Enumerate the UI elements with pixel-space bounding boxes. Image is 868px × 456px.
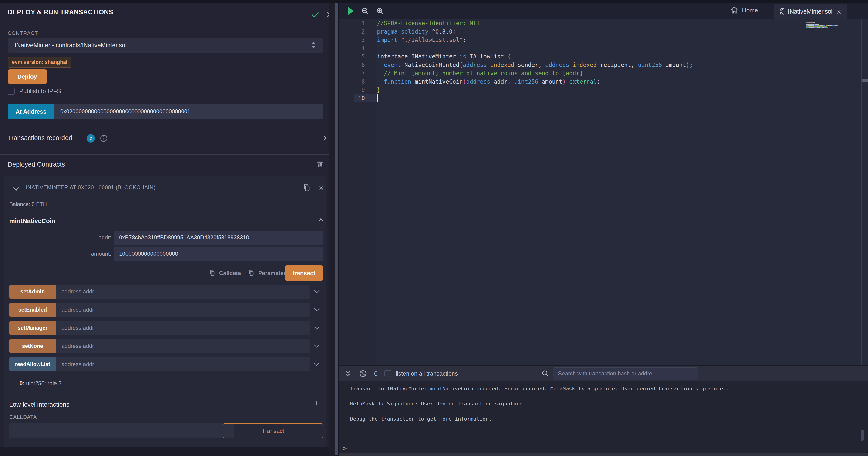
listen-all-transactions-checkbox[interactable] (384, 370, 392, 377)
minimap-token (822, 27, 825, 28)
setAdmin-button[interactable]: setAdmin (9, 285, 56, 298)
tab-home[interactable]: Home (730, 6, 758, 15)
setAdmin-input[interactable] (56, 285, 310, 298)
setManager-button[interactable]: setManager (9, 321, 56, 335)
function-row: readAllowList (9, 357, 320, 371)
listen-all-transactions-label: listen on all transactions (396, 370, 458, 377)
terminal-collapse-double-chevron-icon[interactable] (344, 370, 352, 377)
low-level-interactions-title: Low level interactions (9, 401, 69, 408)
copy-parameters-link[interactable]: Parameters (248, 269, 289, 277)
close-tab-icon[interactable] (836, 9, 842, 15)
terminal-log-line: MetaMask Tx Signature: User denied trans… (350, 401, 526, 407)
panel-scrollbar-track (329, 3, 335, 456)
minimap-token (819, 25, 823, 26)
transact-button[interactable]: transact (285, 265, 323, 281)
minimap-token (838, 25, 838, 26)
transactions-expand-chevron-right-icon[interactable] (321, 135, 328, 142)
title-underline (10, 22, 183, 22)
setNone-button[interactable]: setNone (9, 339, 56, 353)
copy-calldata-link[interactable]: Calldata (209, 269, 241, 277)
contract-select-value: INativeMinter - contracts/INativeMinter.… (15, 42, 310, 49)
low-level-transact-button[interactable]: Transact (223, 423, 323, 438)
code-text: // Mint [amount] number of native coins … (377, 69, 583, 78)
evm-version-badge: evm version: shanghai (8, 57, 71, 67)
minimap-line (806, 22, 862, 22)
panel-resize-dragbar[interactable] (335, 3, 338, 455)
minimap-token (815, 27, 817, 28)
setManager-input[interactable] (56, 321, 310, 335)
amount-field-input[interactable] (114, 247, 323, 261)
minimap-token (806, 22, 808, 22)
zoom-in-icon[interactable] (376, 7, 384, 16)
minimap-token (825, 27, 825, 28)
code-line: 3import "./IAllowList.sol"; (339, 36, 868, 44)
statusbar (339, 453, 868, 456)
code-editor[interactable]: 1//SPDX-License-Identifier: MIT2pragma s… (339, 19, 868, 365)
minimap-token (826, 25, 828, 26)
select-stepper-icon (310, 41, 316, 50)
zoom-out-icon[interactable] (361, 7, 370, 16)
code-line: 8 function mintNativeCoin(address addr, … (339, 78, 868, 86)
readAllowList-input[interactable] (56, 357, 310, 371)
run-script-play-icon[interactable] (347, 6, 354, 16)
chevron-down-icon[interactable] (313, 343, 320, 349)
copy-address-icon[interactable] (302, 183, 312, 193)
setNone-input[interactable] (56, 339, 310, 353)
balance-label: Balance: 0 ETH (9, 201, 47, 207)
function-row: setEnabled (9, 303, 320, 317)
minimap-token (828, 25, 832, 26)
solidity-file-icon (779, 8, 784, 16)
code-text: } (377, 86, 380, 94)
editor-scrollbar-thumb[interactable] (862, 79, 868, 82)
line-number: 4 (339, 44, 365, 52)
terminal-scrollbar-thumb[interactable] (861, 430, 864, 441)
function-row: setAdmin (9, 285, 320, 298)
code-text: pragma solidity ^0.8.0; (377, 27, 456, 36)
trash-icon[interactable] (315, 160, 324, 168)
at-address-input[interactable] (54, 104, 323, 119)
publish-ipfs-checkbox[interactable] (8, 88, 15, 95)
expanded-function-name: mintNativeCoin (9, 218, 55, 225)
setEnabled-input[interactable] (56, 303, 310, 317)
low-level-info-icon[interactable]: i (315, 398, 318, 406)
setEnabled-button[interactable]: setEnabled (9, 303, 56, 317)
minimap-token (815, 24, 819, 25)
addr-field-input[interactable] (114, 231, 323, 245)
chevron-down-icon[interactable] (313, 324, 320, 332)
minimap-line (806, 28, 862, 29)
minimap-token (806, 26, 827, 27)
terminal-log-line: transact to INativeMinter.mintNativeCoin… (350, 386, 729, 392)
instance-title: INATIVEMINTER AT 0X020...00001 (BLOCKCHA… (26, 184, 155, 191)
close-instance-icon[interactable] (318, 184, 325, 192)
minimap-line (806, 24, 862, 25)
calldata-input[interactable] (9, 423, 234, 438)
minimap-token (806, 28, 806, 29)
info-icon[interactable] (100, 134, 108, 143)
tab-inativeminter-sol[interactable]: INativeMinter.sol (774, 4, 847, 19)
deploy-button[interactable]: Deploy (8, 69, 47, 84)
clear-console-icon[interactable] (359, 369, 367, 378)
function-collapse-chevron-up-icon[interactable] (317, 216, 325, 224)
code-text: import "./IAllowList.sol"; (377, 36, 466, 44)
readAllowList-button[interactable]: readAllowList (9, 357, 56, 371)
function-row: setManager (9, 321, 320, 335)
minimap[interactable] (806, 20, 862, 48)
transactions-recorded-row: Transactions recorded 2 (0, 125, 329, 154)
chevron-down-icon[interactable] (313, 361, 320, 368)
contract-select[interactable]: INativeMinter - contracts/INativeMinter.… (8, 38, 323, 53)
terminal-log-line: Debug the transaction to get more inform… (350, 416, 492, 422)
code-line: 7 // Mint [amount] number of native coin… (339, 69, 868, 78)
terminal-search-input[interactable] (553, 367, 698, 380)
addr-field-label: addr: (69, 234, 111, 241)
at-address-button[interactable]: At Address (8, 104, 54, 119)
read-allowlist-output: 0: uint256: role 3 (20, 380, 61, 387)
minimap-token (823, 25, 826, 26)
contract-label: CONTRACT (8, 30, 38, 36)
chevron-down-icon[interactable] (313, 306, 320, 313)
chevron-down-icon[interactable] (313, 288, 320, 295)
instance-collapse-chevron-down-icon[interactable] (12, 185, 20, 193)
minimap-token (806, 25, 808, 26)
terminal-output[interactable]: transact to INativeMinter.mintNativeCoin… (339, 381, 868, 453)
minimap-token (825, 27, 828, 28)
minimap-token (808, 25, 814, 26)
